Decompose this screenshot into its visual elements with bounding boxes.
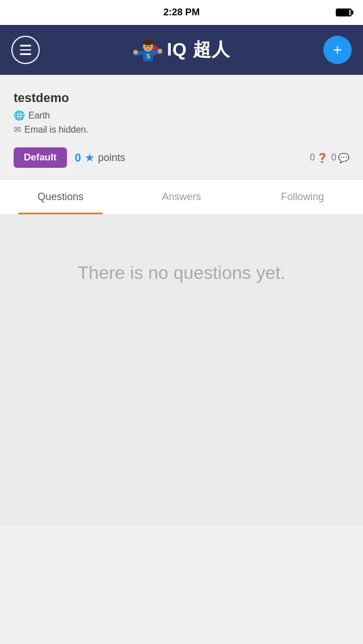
tab-questions[interactable]: Questions (0, 180, 121, 214)
empty-state: There is no questions yet. (0, 215, 363, 527)
profile-location: Earth (28, 111, 50, 121)
star-icon: ★ (85, 151, 95, 164)
svg-point-5 (146, 46, 147, 47)
answers-count: 0 (331, 152, 336, 163)
questions-count: 0 (310, 152, 315, 163)
app-title: S IQ 超人 (133, 35, 230, 65)
points-label: points (98, 152, 125, 164)
empty-state-message: There is no questions yet. (78, 260, 285, 286)
navbar: S IQ 超人 + (0, 25, 363, 75)
hamburger-icon (20, 45, 31, 55)
globe-icon: 🌐 (14, 110, 25, 121)
questions-count-icon: ❓ (316, 152, 328, 163)
answers-count-item: 0 💬 (331, 152, 349, 163)
battery-icon (336, 9, 352, 16)
svg-text:S: S (146, 53, 150, 60)
profile-location-row: 🌐 Earth (14, 110, 349, 121)
status-time: 2:28 PM (125, 7, 238, 18)
status-bar: 2:28 PM (0, 0, 363, 25)
svg-point-4 (143, 40, 153, 45)
points-value: 0 (75, 151, 81, 164)
svg-point-6 (149, 46, 150, 47)
rank-badge: Default (14, 147, 67, 168)
hero-icon: S (133, 35, 162, 65)
plus-icon: + (333, 42, 342, 58)
stats-row: Default 0 ★ points 0 ❓ 0 💬 (14, 147, 349, 168)
menu-button[interactable] (11, 36, 40, 64)
profile-email-row: ✉ Email is hidden. (14, 124, 349, 135)
add-button[interactable]: + (323, 36, 352, 64)
stats-extra: 0 ❓ 0 💬 (310, 152, 349, 163)
answers-count-icon: 💬 (338, 152, 349, 163)
brand-text: IQ 超人 (167, 37, 230, 62)
points-group: 0 ★ points (75, 151, 125, 164)
tabs-container: Questions Answers Following (0, 180, 363, 215)
svg-point-9 (133, 50, 138, 54)
profile-email: Email is hidden. (24, 125, 88, 135)
questions-count-item: 0 ❓ (310, 152, 328, 163)
tab-following[interactable]: Following (242, 180, 363, 214)
email-icon: ✉ (14, 124, 21, 135)
tab-answers[interactable]: Answers (121, 180, 242, 214)
svg-point-10 (158, 49, 162, 53)
profile-username: testdemo (14, 91, 349, 105)
profile-section: testdemo 🌐 Earth ✉ Email is hidden. Defa… (0, 75, 363, 179)
